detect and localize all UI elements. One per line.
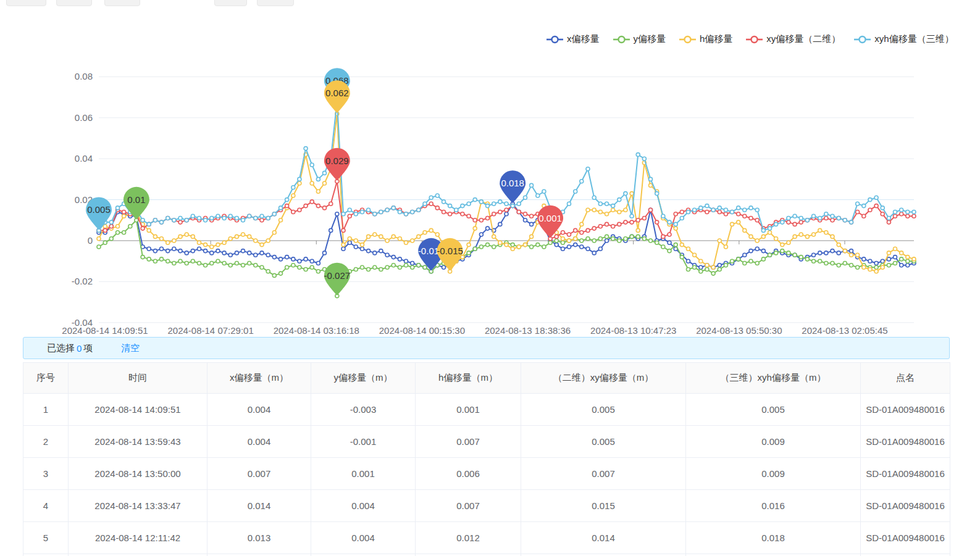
data-point <box>755 218 759 222</box>
data-point <box>467 214 471 218</box>
table-row[interactable]: 42024-08-14 13:33:470.0140.0040.0070.015… <box>23 490 950 522</box>
data-point <box>354 268 358 272</box>
clear-selection-link[interactable]: 清空 <box>121 342 140 354</box>
data-point <box>856 210 860 214</box>
selected-suffix: 项 <box>83 342 93 354</box>
displacement-chart[interactable]: 0.080.060.040.020-0.02-0.042024-08-14 14… <box>0 0 980 338</box>
data-point <box>894 255 897 259</box>
table-row[interactable]: 32024-08-14 13:50:000.0070.0010.0060.007… <box>23 458 950 490</box>
table-header-cell[interactable]: y偏移量（m） <box>311 363 416 394</box>
table-header-cell[interactable]: 点名 <box>861 363 950 394</box>
y-axis-label: 0.08 <box>75 71 93 81</box>
x-axis-label: 2024-08-14 14:09:51 <box>62 325 148 336</box>
data-point <box>141 226 144 230</box>
data-point <box>655 192 659 196</box>
table-header-cell[interactable]: （二维）xy偏移量（m） <box>521 363 686 394</box>
data-point <box>279 257 283 261</box>
table-cell <box>23 554 69 556</box>
data-point <box>668 233 671 236</box>
x-axis-label: 2024-08-14 00:15:30 <box>379 325 465 336</box>
data-point <box>97 237 101 241</box>
table-cell: SD-01A009480016 <box>861 522 950 554</box>
data-point <box>900 257 903 261</box>
table-row[interactable]: 52024-08-14 12:11:420.0130.0040.0120.014… <box>23 522 950 554</box>
data-point <box>674 226 677 230</box>
data-point <box>335 212 339 216</box>
data-point <box>103 228 107 232</box>
data-point <box>254 263 258 267</box>
data-point <box>367 268 371 272</box>
data-point <box>743 214 747 218</box>
data-point <box>555 243 558 247</box>
table-header-cell[interactable]: 序号 <box>23 363 69 394</box>
data-point <box>574 189 577 193</box>
data-point <box>103 225 107 228</box>
data-point <box>298 265 301 269</box>
data-point <box>555 239 558 243</box>
data-point <box>743 253 747 257</box>
data-point <box>241 218 245 222</box>
data-point <box>530 234 534 238</box>
data-point <box>837 243 840 247</box>
data-point <box>272 273 276 277</box>
data-point <box>768 231 772 234</box>
data-point <box>153 259 157 263</box>
table-cell: 0.004 <box>207 426 311 458</box>
table-header-cell[interactable]: h偏移量（m） <box>416 363 521 394</box>
data-point <box>655 241 659 244</box>
data-point <box>630 214 634 218</box>
data-point <box>561 237 564 241</box>
data-point <box>793 234 797 238</box>
table-cell: 5 <box>23 522 69 554</box>
data-point <box>894 262 897 265</box>
table-header-cell[interactable]: 时间 <box>69 363 207 394</box>
data-point <box>448 212 452 216</box>
app-root: x偏移量 y偏移量 h偏移量 xy偏移量（二维） xyh偏移量（三维） 0.08… <box>0 0 980 556</box>
data-point <box>467 243 471 247</box>
data-point <box>272 212 276 216</box>
data-point <box>204 263 207 267</box>
data-point <box>285 265 289 269</box>
table-cell: 2024-08-14 13:33:47 <box>69 490 207 522</box>
data-point <box>580 245 584 249</box>
data-table: 序号时间x偏移量（m）y偏移量（m）h偏移量（m）（二维）xy偏移量（m）（三维… <box>23 362 950 556</box>
data-point <box>586 228 590 232</box>
table-row-partial[interactable] <box>23 554 950 556</box>
data-point <box>693 253 697 257</box>
data-point <box>605 239 609 243</box>
data-point <box>624 237 627 241</box>
data-point <box>116 231 120 234</box>
data-point <box>178 249 182 253</box>
data-point <box>442 265 446 269</box>
table-header-cell[interactable]: x偏移量（m） <box>207 363 311 394</box>
data-point <box>191 249 195 253</box>
data-point <box>228 237 232 241</box>
table-row[interactable]: 12024-08-14 14:09:510.004-0.0030.0010.00… <box>23 394 950 426</box>
series-y-offset[interactable] <box>97 218 916 298</box>
data-point <box>505 212 508 216</box>
data-point <box>398 210 401 214</box>
data-point <box>411 262 414 265</box>
data-point <box>279 206 283 210</box>
data-point <box>473 198 477 202</box>
data-point <box>517 210 521 214</box>
data-point <box>298 181 301 185</box>
data-point <box>787 220 790 224</box>
data-point <box>172 262 176 265</box>
data-point <box>912 210 916 214</box>
table-row[interactable]: 22024-08-14 13:59:430.004-0.0010.0070.00… <box>23 426 950 458</box>
data-point <box>348 214 351 218</box>
data-point <box>291 210 295 214</box>
table-cell: 2024-08-14 14:09:51 <box>69 394 207 426</box>
table-header-cell[interactable]: （三维）xyh偏移量（m） <box>686 363 861 394</box>
table-cell: 0.004 <box>207 394 311 426</box>
data-point <box>235 262 238 265</box>
data-point <box>843 249 847 253</box>
data-point <box>618 239 621 243</box>
chart-svg[interactable]: 0.080.060.040.020-0.02-0.042024-08-14 14… <box>0 0 980 338</box>
data-point <box>354 212 358 216</box>
data-point <box>235 234 238 238</box>
data-point <box>850 263 853 267</box>
data-point <box>530 222 534 226</box>
data-point <box>385 253 389 257</box>
